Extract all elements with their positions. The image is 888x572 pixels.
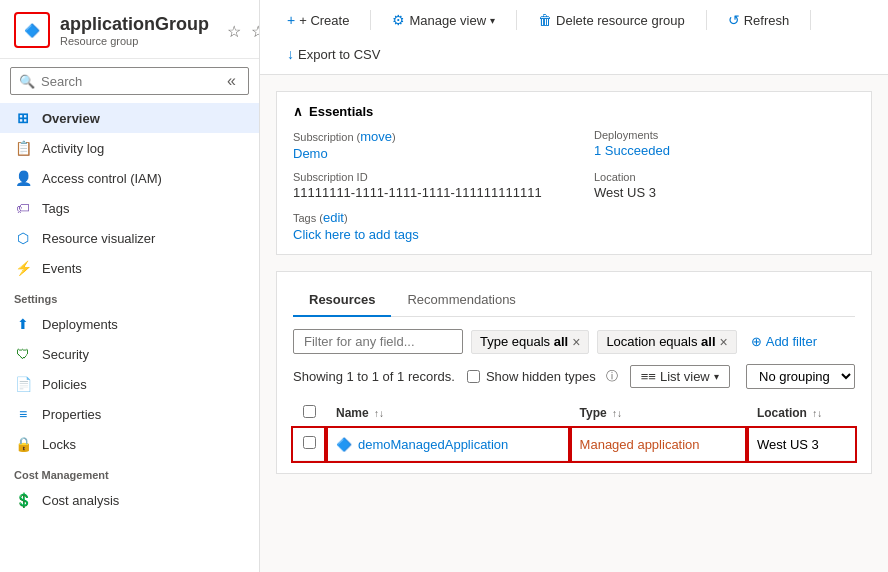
location-filter-label: Location equals all xyxy=(606,334,715,349)
resource-name: demoManagedApplication xyxy=(358,437,508,452)
name-sort-icon[interactable]: ↑↓ xyxy=(374,408,384,419)
sidebar-label-resource-visualizer: Resource visualizer xyxy=(42,231,155,246)
grouping-select[interactable]: No grouping xyxy=(746,364,855,389)
tab-resources-label: Resources xyxy=(309,292,375,307)
sidebar-item-properties[interactable]: ≡ Properties xyxy=(0,399,259,429)
type-sort-icon[interactable]: ↑↓ xyxy=(612,408,622,419)
subscription-move-link[interactable]: move xyxy=(360,129,392,144)
deployments-icon: ⬆ xyxy=(14,316,32,332)
toolbar-divider-4 xyxy=(810,10,811,30)
tags-edit-link[interactable]: edit xyxy=(323,210,344,225)
locks-icon: 🔒 xyxy=(14,436,32,452)
filter-input[interactable] xyxy=(293,329,463,354)
show-hidden-label[interactable]: Show hidden types ⓘ xyxy=(467,368,618,385)
pin-icon[interactable]: ☆ xyxy=(251,22,260,41)
manage-view-chevron: ▾ xyxy=(490,15,495,26)
search-input[interactable] xyxy=(41,74,217,89)
row-type-cell: Managed application xyxy=(570,428,747,461)
tab-recommendations[interactable]: Recommendations xyxy=(391,284,531,317)
export-icon: ↓ xyxy=(287,46,294,62)
sidebar-item-resource-visualizer[interactable]: ⬡ Resource visualizer xyxy=(0,223,259,253)
add-filter-button[interactable]: ⊕ Add filter xyxy=(745,331,823,352)
sidebar-item-tags[interactable]: 🏷 Tags xyxy=(0,193,259,223)
deployments-label: Deployments xyxy=(594,129,855,141)
collapse-button[interactable]: « xyxy=(223,72,240,90)
sidebar-item-cost-analysis[interactable]: 💲 Cost analysis xyxy=(0,485,259,515)
location-filter-remove[interactable]: × xyxy=(720,334,728,350)
location-filter-tag: Location equals all × xyxy=(597,330,736,354)
subscription-value: Demo xyxy=(293,146,554,161)
resource-location: West US 3 xyxy=(757,437,819,452)
essentials-chevron[interactable]: ∧ xyxy=(293,104,303,119)
refresh-button[interactable]: ↺ Refresh xyxy=(717,6,801,34)
subscription-label: Subscription (move) xyxy=(293,129,554,144)
create-label: + Create xyxy=(299,13,349,28)
resource-type: Managed application xyxy=(580,437,700,452)
delete-button[interactable]: 🗑 Delete resource group xyxy=(527,6,696,34)
manage-view-button[interactable]: ⚙ Manage view ▾ xyxy=(381,6,506,34)
delete-label: Delete resource group xyxy=(556,13,685,28)
subscription-link[interactable]: Demo xyxy=(293,146,328,161)
cost-analysis-icon: 💲 xyxy=(14,492,32,508)
sidebar-label-activity-log: Activity log xyxy=(42,141,104,156)
export-button[interactable]: ↓ Export to CSV xyxy=(276,40,391,68)
subscription-item: Subscription (move) Demo xyxy=(293,129,554,161)
search-icon: 🔍 xyxy=(19,74,35,89)
overview-icon: ⊞ xyxy=(14,110,32,126)
cost-section-label: Cost Management xyxy=(0,459,259,485)
header-actions: ☆ ☆ ··· xyxy=(219,22,260,41)
app-subtitle: Resource group xyxy=(60,35,209,47)
sidebar-item-locks[interactable]: 🔒 Locks xyxy=(0,429,259,459)
type-filter-tag: Type equals all × xyxy=(471,330,589,354)
app-title-block: applicationGroup Resource group xyxy=(60,14,209,47)
sidebar-label-locks: Locks xyxy=(42,437,76,452)
location-col-header: Location ↑↓ xyxy=(747,399,855,428)
resource-name-link[interactable]: 🔷 demoManagedApplication xyxy=(336,437,560,452)
sidebar-item-events[interactable]: ⚡ Events xyxy=(0,253,259,283)
deployments-link[interactable]: 1 Succeeded xyxy=(594,143,670,158)
search-box[interactable]: 🔍 « xyxy=(10,67,249,95)
table-header: Name ↑↓ Type ↑↓ Location ↑↓ xyxy=(293,399,855,428)
row-checkbox[interactable] xyxy=(303,436,316,449)
sidebar-label-access-control: Access control (IAM) xyxy=(42,171,162,186)
sidebar-item-security[interactable]: 🛡 Security xyxy=(0,339,259,369)
essentials-title: Essentials xyxy=(309,104,373,119)
tags-item: Tags (edit) Click here to add tags xyxy=(293,210,554,242)
app-icon: 🔷 xyxy=(14,12,50,48)
row-name-cell: 🔷 demoManagedApplication xyxy=(326,428,570,461)
location-value: West US 3 xyxy=(594,185,855,200)
filter-bar: Type equals all × Location equals all × … xyxy=(293,329,855,354)
sidebar-item-policies[interactable]: 📄 Policies xyxy=(0,369,259,399)
create-icon: + xyxy=(287,12,295,28)
location-sort-icon[interactable]: ↑↓ xyxy=(812,408,822,419)
select-all-checkbox[interactable] xyxy=(303,405,316,418)
subscription-id-item: Subscription ID 11111111-1111-1111-1111-… xyxy=(293,171,554,200)
sidebar-label-overview: Overview xyxy=(42,111,100,126)
resources-section: Resources Recommendations Type equals al… xyxy=(276,271,872,474)
show-hidden-checkbox[interactable] xyxy=(467,370,480,383)
tab-recommendations-label: Recommendations xyxy=(407,292,515,307)
sidebar-item-overview[interactable]: ⊞ Overview xyxy=(0,103,259,133)
type-col-header: Type ↑↓ xyxy=(570,399,747,428)
toolbar: + + Create ⚙ Manage view ▾ 🗑 Delete reso… xyxy=(260,0,888,75)
toolbar-divider-1 xyxy=(370,10,371,30)
sidebar-item-deployments[interactable]: ⬆ Deployments xyxy=(0,309,259,339)
sidebar-item-activity-log[interactable]: 📋 Activity log xyxy=(0,133,259,163)
resource-icon: 🔷 xyxy=(336,437,352,452)
sidebar-item-access-control[interactable]: 👤 Access control (IAM) xyxy=(0,163,259,193)
tags-add-link[interactable]: Click here to add tags xyxy=(293,227,419,242)
add-filter-label: Add filter xyxy=(766,334,817,349)
deployments-item: Deployments 1 Succeeded xyxy=(594,129,855,161)
manage-view-label: Manage view xyxy=(409,13,486,28)
refresh-label: Refresh xyxy=(744,13,790,28)
security-icon: 🛡 xyxy=(14,346,32,362)
tab-resources[interactable]: Resources xyxy=(293,284,391,317)
create-button[interactable]: + + Create xyxy=(276,6,360,34)
view-select[interactable]: ≡≡ List view ▾ xyxy=(630,365,730,388)
add-filter-icon: ⊕ xyxy=(751,334,762,349)
type-filter-remove[interactable]: × xyxy=(572,334,580,350)
sidebar-label-events: Events xyxy=(42,261,82,276)
favorite-icon[interactable]: ☆ xyxy=(227,22,241,41)
sidebar-label-security: Security xyxy=(42,347,89,362)
location-label: Location xyxy=(594,171,855,183)
